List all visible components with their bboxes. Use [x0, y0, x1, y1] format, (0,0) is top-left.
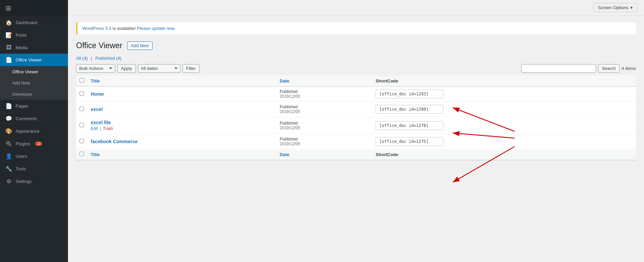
bulk-actions-select[interactable]: Bulk Actions Move to Trash	[76, 64, 115, 73]
plugins-badge: 13	[35, 142, 42, 146]
sidebar-item-users[interactable]: 👤 Users	[0, 150, 68, 163]
row-shortcode-cell: [office_doc id=1283]	[372, 87, 636, 102]
filter-all-link[interactable]: All (4)	[76, 56, 88, 61]
add-new-button[interactable]: Add New	[127, 41, 153, 50]
row-shortcode-cell: [office_doc id=1275]	[372, 134, 636, 149]
action-sep: |	[100, 126, 101, 131]
row-date-cell: Published2019/12/05	[276, 87, 372, 102]
submenu-developer-label: Developer	[12, 92, 32, 97]
sidebar-submenu-item-developer[interactable]: Developer	[0, 89, 68, 100]
shortcode-value: [office_doc id=1283]	[376, 90, 443, 98]
row-checkbox[interactable]	[80, 139, 84, 143]
search-input[interactable]	[521, 64, 596, 73]
row-date-cell: Published2019/12/05	[276, 117, 372, 134]
table-body: HomePublished2019/12/05[office_doc id=12…	[76, 87, 636, 149]
sidebar-item-label: Office Viewer	[16, 57, 42, 62]
search-button[interactable]: Search	[598, 64, 620, 73]
office-viewer-icon: 📄	[5, 57, 12, 63]
sidebar-submenu-item-add-new[interactable]: Add New	[0, 77, 68, 89]
chevron-down-icon: ▾	[630, 5, 633, 10]
shortcode-value: [office_doc id=1280]	[376, 105, 443, 114]
filter-links: All (4) | Published (4)	[76, 56, 636, 61]
submenu-office-viewer-label: Office Viewer	[12, 69, 38, 74]
sidebar-item-media[interactable]: 🖼 Media	[0, 41, 68, 54]
date-column-header[interactable]: Date	[276, 75, 372, 87]
sidebar-item-appearance[interactable]: 🎨 Appearance	[0, 125, 68, 137]
select-all-footer-checkbox[interactable]	[80, 152, 84, 156]
row-title-cell: excel	[87, 102, 276, 117]
sidebar-submenu: Office Viewer Add New Developer	[0, 66, 68, 100]
sidebar-item-pages[interactable]: 📄 Pages	[0, 100, 68, 112]
sidebar-item-label: Users	[16, 154, 27, 159]
row-title-link[interactable]: excel	[91, 107, 273, 112]
filter-published-link[interactable]: Published (4)	[95, 56, 122, 61]
apply-button[interactable]: Apply	[117, 64, 136, 73]
sidebar-item-label: Settings	[16, 179, 32, 184]
title-column-header[interactable]: Title	[87, 75, 276, 87]
title-footer-header[interactable]: Title	[87, 149, 276, 160]
sidebar-item-label: Pages	[16, 104, 28, 109]
select-all-footer	[76, 149, 87, 160]
row-checkbox-cell	[76, 134, 87, 149]
items-count: 4 items	[622, 66, 636, 71]
shortcode-value: [office_doc id=1275]	[376, 137, 443, 146]
main-content: Screen Options ▾ WordPress 5.3 is availa…	[68, 0, 644, 262]
sidebar-item-label: Dashboard	[16, 20, 37, 25]
sidebar-item-label: Tools	[16, 166, 26, 171]
action-bar-left: Bulk Actions Move to Trash Apply All dat…	[76, 64, 199, 73]
table-row: HomePublished2019/12/05[office_doc id=12…	[76, 87, 636, 102]
row-checkbox[interactable]	[80, 107, 84, 111]
tools-icon: 🔧	[5, 166, 12, 172]
row-checkbox-cell	[76, 102, 87, 117]
dates-select[interactable]: All dates December 2019	[138, 64, 180, 73]
action-bar: Bulk Actions Move to Trash Apply All dat…	[76, 64, 636, 73]
page-title: Office Viewer	[76, 41, 122, 50]
wp-logo-icon: ⊞	[5, 4, 11, 12]
sidebar-item-plugins[interactable]: 🔌 Plugins 13	[0, 137, 68, 150]
submenu-add-new-label: Add New	[12, 80, 30, 86]
row-shortcode-cell: [office_doc id=1278]	[372, 117, 636, 134]
date-value: 2019/12/05	[280, 126, 300, 130]
update-now-link[interactable]: Please update now	[137, 26, 174, 31]
date-value: 2019/12/05	[280, 142, 300, 146]
screen-options-button[interactable]: Screen Options ▾	[593, 3, 637, 12]
comments-icon: 💬	[5, 115, 12, 122]
row-title-link[interactable]: Home	[91, 91, 273, 97]
sidebar-item-posts[interactable]: 📝 Posts	[0, 29, 68, 41]
date-status: Published	[280, 121, 298, 126]
content-area: WordPress 5.3 is available! Please updat…	[68, 16, 644, 262]
action-edit-link[interactable]: Edit	[91, 126, 98, 131]
table-footer-row: Title Date ShortCode	[76, 149, 636, 160]
sidebar-item-dashboard[interactable]: 🏠 Dashboard	[0, 16, 68, 29]
media-icon: 🖼	[5, 44, 12, 51]
page-header: Office Viewer Add New	[76, 41, 636, 50]
row-title-cell: excel fileEdit|Trash	[87, 117, 276, 134]
row-checkbox[interactable]	[80, 91, 84, 96]
sidebar-submenu-item-office-viewer[interactable]: Office Viewer	[0, 66, 68, 77]
sidebar-item-comments[interactable]: 💬 Comments	[0, 112, 68, 125]
shortcode-footer-header: ShortCode	[372, 149, 636, 160]
row-checkbox[interactable]	[80, 123, 84, 127]
wp-version-link[interactable]: WordPress 5.3	[82, 26, 111, 31]
sidebar-item-tools[interactable]: 🔧 Tools	[0, 163, 68, 175]
sidebar-item-label: Appearance	[16, 129, 39, 134]
sidebar-item-office-viewer[interactable]: 📄 Office Viewer	[0, 54, 68, 66]
row-checkbox-cell	[76, 117, 87, 134]
date-status: Published	[280, 105, 298, 109]
appearance-icon: 🎨	[5, 128, 12, 134]
select-all-checkbox[interactable]	[80, 78, 84, 82]
posts-table: Title Date ShortCode HomePublished2019/1…	[76, 75, 636, 160]
sidebar: ⊞ 🏠 Dashboard 📝 Posts 🖼 Media 📄 Office V…	[0, 0, 68, 262]
action-trash-link[interactable]: Trash	[103, 126, 113, 131]
update-notice: WordPress 5.3 is available! Please updat…	[76, 22, 636, 34]
table-row: facebook CommercePublished2019/12/05[off…	[76, 134, 636, 149]
shortcode-column-header: ShortCode	[372, 75, 636, 87]
filter-button[interactable]: Filter	[182, 64, 200, 73]
sidebar-item-settings[interactable]: ⚙ Settings	[0, 175, 68, 188]
row-title-link[interactable]: facebook Commerce	[91, 139, 273, 144]
row-title-link[interactable]: excel file	[91, 120, 273, 125]
date-status: Published	[280, 89, 298, 94]
table-row: excel fileEdit|TrashPublished2019/12/05[…	[76, 117, 636, 134]
select-all-header	[76, 75, 87, 87]
date-footer-header[interactable]: Date	[276, 149, 372, 160]
